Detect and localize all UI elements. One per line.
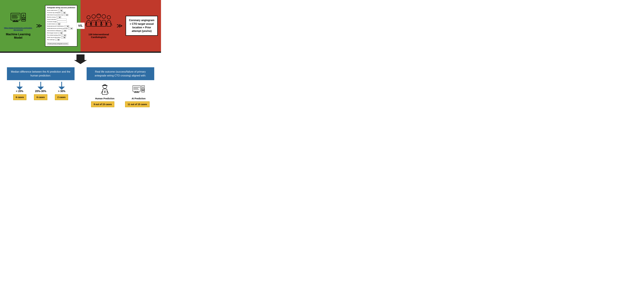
field-label-8: Moderate/severe calcification: <box>47 26 64 27</box>
svg-rect-42 <box>142 89 144 90</box>
coronary-box: Coronary angiogram + CTO target vessel l… <box>126 16 158 36</box>
top-section: https://www.progresscto.org/predict-aw-s… <box>0 0 161 52</box>
human-icon-item: Human Prediction <box>95 84 114 100</box>
field-label-12: Poor distal landing zone: <box>47 34 61 36</box>
svg-rect-2 <box>13 21 18 22</box>
field-text-6[interactable] <box>57 21 67 23</box>
svg-line-34 <box>101 91 102 94</box>
range-label-3: > 30% <box>58 90 65 93</box>
blue-arrow-3 <box>58 82 65 90</box>
svg-line-25 <box>111 23 112 26</box>
svg-point-14 <box>92 15 96 18</box>
field-label-2: Proximal cap ambiguity: <box>47 12 61 13</box>
field-select-2[interactable] <box>61 12 66 14</box>
field-select-4[interactable] <box>56 16 61 18</box>
svg-rect-5 <box>22 17 25 18</box>
section-divider <box>0 52 161 53</box>
svg-rect-43 <box>142 90 144 91</box>
form-title: Antegrade wiring success prediction <box>47 7 75 8</box>
cases-badge-2: 6 cases <box>34 94 47 100</box>
svg-rect-6 <box>22 19 25 20</box>
double-arrow-left: ≫ <box>36 22 42 29</box>
field-select-9[interactable] <box>68 28 73 30</box>
svg-point-11 <box>87 16 90 19</box>
computer-icon <box>10 12 26 26</box>
field-select-8[interactable] <box>64 25 69 27</box>
svg-point-4 <box>23 15 24 16</box>
bottom-left: Median difference between the AI predict… <box>3 67 78 107</box>
website-link[interactable]: https://www.progresscto.org/predict-aw-s… <box>3 27 33 31</box>
svg-point-36 <box>104 92 105 93</box>
ai-icon-item: AI Prediction <box>132 84 146 100</box>
predict-button[interactable]: Predict primary antegrade success <box>47 42 68 45</box>
ai-computer-icon <box>132 84 145 96</box>
right-panel: 130 Interventional Cardiologists ≫ Coron… <box>80 0 161 52</box>
svg-rect-39 <box>134 92 139 93</box>
svg-marker-28 <box>16 86 23 90</box>
cases-badge-1: 6 cases <box>13 94 26 100</box>
svg-marker-30 <box>38 86 44 90</box>
field-label-9: Moderate/severe proximal tortuosity: <box>47 28 68 29</box>
svg-marker-26 <box>74 54 87 64</box>
field-label-4: Blunt/no stump: <box>47 16 56 18</box>
median-diff-box: Median difference between the AI predict… <box>7 67 74 80</box>
range-label-1: < 20% <box>16 90 23 93</box>
field-label-3: Side branch at proximal cap: <box>47 14 63 16</box>
svg-rect-0 <box>11 13 20 20</box>
left-panel: https://www.progresscto.org/predict-aw-s… <box>0 0 80 52</box>
field-select-10[interactable] <box>62 30 66 32</box>
human-doctor-icon <box>98 84 111 96</box>
bottom-section: Median difference between the AI predict… <box>0 64 161 110</box>
cases-row: 6 cases 6 cases 2 cases <box>10 94 71 100</box>
ai-label: AI Prediction <box>132 97 146 100</box>
human-label: Human Prediction <box>95 97 114 100</box>
svg-line-35 <box>107 91 108 94</box>
bottom-right: Real life outcome (success/failure of pr… <box>83 67 158 107</box>
cardiologists-icon <box>84 13 113 32</box>
cases-badge-3: 2 cases <box>55 94 68 100</box>
ml-model-label: Machine Learning Model <box>3 33 33 40</box>
field-label-10: Interventional collaterals: <box>47 30 61 32</box>
blue-arrow-1 <box>16 82 23 90</box>
field-label-7: In-stent lesion: <box>47 23 56 25</box>
big-arrow-container <box>0 53 161 64</box>
field-label-6: Occlusion length: <box>47 21 57 22</box>
field-select-13[interactable] <box>61 36 66 38</box>
svg-point-23 <box>107 16 110 19</box>
arrow-20-30: 20%-30% <box>35 82 46 93</box>
field-select-3[interactable] <box>64 14 68 16</box>
field-label-13: Distal cap at bifurcation: <box>47 37 61 38</box>
real-life-outcome-box: Real life outcome (success/failure of pr… <box>86 67 154 80</box>
outcome-icons-row: Human Prediction <box>86 84 154 100</box>
field-select-14[interactable] <box>55 39 60 41</box>
people-area: 130 Interventional Cardiologists <box>84 13 114 38</box>
svg-point-20 <box>102 15 106 18</box>
svg-point-17 <box>96 14 100 18</box>
svg-point-41 <box>142 87 144 88</box>
field-text-5[interactable] <box>57 18 66 20</box>
blue-arrow-2 <box>38 82 44 90</box>
arrow-less-20: < 20% <box>16 82 23 93</box>
arrow-more-30: > 30% <box>58 82 65 93</box>
field-label-5: Vessel diameter: <box>47 19 56 20</box>
big-arrow-down <box>74 54 87 64</box>
vs-label: VS. <box>76 23 84 29</box>
arrows-row: < 20% 20%-30% > 30% <box>10 82 71 93</box>
human-prediction-badge: 9 out of 15 cases <box>91 102 114 107</box>
field-label-14: Prior attempt: <box>47 39 55 40</box>
cardiologists-label: 130 Interventional Cardiologists <box>84 33 114 38</box>
field-select-7[interactable] <box>56 23 60 25</box>
svg-rect-37 <box>133 86 140 91</box>
field-label-1: Aorto-ostial lesion: <box>47 10 58 11</box>
outcome-badges-row: 9 out of 15 cases 11 out of 15 cases <box>86 102 154 107</box>
ai-prediction-badge: 11 out of 15 cases <box>125 102 150 107</box>
field-select-12[interactable] <box>62 34 66 36</box>
computer-area: https://www.progresscto.org/predict-aw-s… <box>3 12 33 40</box>
prediction-form: Antegrade wiring success prediction Aort… <box>45 5 77 46</box>
double-arrow-right: ≫ <box>116 22 123 29</box>
field-label-11: RCA target vessel: <box>47 32 58 34</box>
field-select-11[interactable] <box>58 32 63 34</box>
field-select-1[interactable] <box>58 10 63 12</box>
range-label-2: 20%-30% <box>35 90 46 93</box>
svg-marker-32 <box>58 86 65 90</box>
